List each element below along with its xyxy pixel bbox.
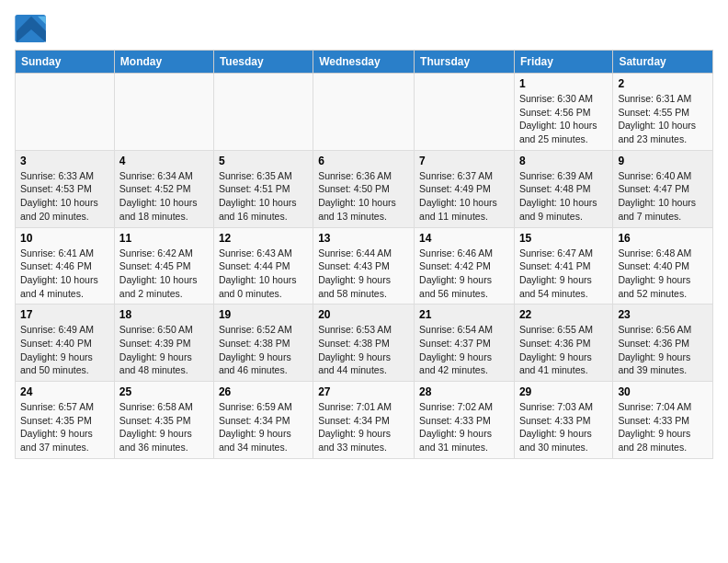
calendar-table: SundayMondayTuesdayWednesdayThursdayFrid…	[15, 50, 713, 459]
day-info: Sunrise: 6:53 AM Sunset: 4:38 PM Dayligh…	[318, 323, 409, 377]
weekday-thursday: Thursday	[415, 51, 515, 74]
calendar-cell: 27Sunrise: 7:01 AM Sunset: 4:34 PM Dayli…	[313, 382, 415, 459]
day-number: 11	[119, 232, 209, 245]
day-info: Sunrise: 6:31 AM Sunset: 4:55 PM Dayligh…	[618, 92, 708, 146]
calendar-cell: 16Sunrise: 6:48 AM Sunset: 4:40 PM Dayli…	[613, 227, 713, 304]
day-info: Sunrise: 6:47 AM Sunset: 4:41 PM Dayligh…	[519, 247, 608, 301]
day-number: 6	[318, 155, 409, 167]
calendar-cell: 9Sunrise: 6:40 AM Sunset: 4:47 PM Daylig…	[613, 150, 713, 227]
calendar-cell: 22Sunrise: 6:55 AM Sunset: 4:36 PM Dayli…	[514, 304, 612, 382]
day-info: Sunrise: 6:48 AM Sunset: 4:40 PM Dayligh…	[618, 247, 708, 301]
day-number: 3	[20, 155, 109, 167]
day-info: Sunrise: 6:59 AM Sunset: 4:34 PM Dayligh…	[219, 400, 308, 454]
day-info: Sunrise: 7:01 AM Sunset: 4:34 PM Dayligh…	[318, 400, 409, 454]
calendar-week-2: 10Sunrise: 6:41 AM Sunset: 4:46 PM Dayli…	[16, 227, 713, 304]
day-number: 14	[419, 232, 509, 245]
logo-icon	[15, 15, 48, 42]
weekday-wednesday: Wednesday	[313, 51, 415, 74]
calendar-cell: 29Sunrise: 7:03 AM Sunset: 4:33 PM Dayli…	[514, 382, 612, 459]
day-number: 23	[618, 308, 708, 321]
day-number: 8	[519, 155, 608, 167]
calendar-cell: 26Sunrise: 6:59 AM Sunset: 4:34 PM Dayli…	[213, 382, 313, 459]
day-info: Sunrise: 6:57 AM Sunset: 4:35 PM Dayligh…	[20, 400, 109, 454]
day-info: Sunrise: 6:50 AM Sunset: 4:39 PM Dayligh…	[119, 323, 209, 377]
day-number: 12	[219, 232, 308, 245]
calendar-cell: 24Sunrise: 6:57 AM Sunset: 4:35 PM Dayli…	[16, 382, 115, 459]
weekday-friday: Friday	[514, 51, 612, 74]
day-info: Sunrise: 6:56 AM Sunset: 4:36 PM Dayligh…	[618, 323, 708, 377]
day-number: 29	[519, 385, 608, 398]
day-number: 1	[519, 77, 608, 90]
day-number: 28	[419, 385, 509, 398]
calendar-cell	[16, 74, 115, 151]
weekday-tuesday: Tuesday	[213, 51, 313, 74]
weekday-monday: Monday	[114, 51, 213, 74]
calendar-week-0: 1Sunrise: 6:30 AM Sunset: 4:56 PM Daylig…	[16, 74, 713, 151]
calendar-cell: 7Sunrise: 6:37 AM Sunset: 4:49 PM Daylig…	[415, 150, 515, 227]
calendar-cell: 8Sunrise: 6:39 AM Sunset: 4:48 PM Daylig…	[514, 150, 612, 227]
day-number: 17	[20, 308, 109, 321]
day-info: Sunrise: 6:36 AM Sunset: 4:50 PM Dayligh…	[318, 169, 409, 224]
day-info: Sunrise: 6:58 AM Sunset: 4:35 PM Dayligh…	[119, 400, 209, 454]
calendar-cell: 19Sunrise: 6:52 AM Sunset: 4:38 PM Dayli…	[213, 304, 313, 382]
day-info: Sunrise: 7:02 AM Sunset: 4:33 PM Dayligh…	[419, 400, 509, 454]
calendar-cell: 2Sunrise: 6:31 AM Sunset: 4:55 PM Daylig…	[613, 74, 713, 151]
calendar-cell: 12Sunrise: 6:43 AM Sunset: 4:44 PM Dayli…	[213, 227, 313, 304]
day-info: Sunrise: 6:37 AM Sunset: 4:49 PM Dayligh…	[419, 169, 509, 224]
day-number: 2	[618, 77, 708, 90]
calendar-cell: 20Sunrise: 6:53 AM Sunset: 4:38 PM Dayli…	[313, 304, 415, 382]
calendar-cell: 23Sunrise: 6:56 AM Sunset: 4:36 PM Dayli…	[613, 304, 713, 382]
day-info: Sunrise: 6:34 AM Sunset: 4:52 PM Dayligh…	[119, 169, 209, 224]
calendar-cell: 17Sunrise: 6:49 AM Sunset: 4:40 PM Dayli…	[16, 304, 115, 382]
calendar-week-1: 3Sunrise: 6:33 AM Sunset: 4:53 PM Daylig…	[16, 150, 713, 227]
calendar-cell: 6Sunrise: 6:36 AM Sunset: 4:50 PM Daylig…	[313, 150, 415, 227]
weekday-saturday: Saturday	[613, 51, 713, 74]
day-info: Sunrise: 6:41 AM Sunset: 4:46 PM Dayligh…	[20, 247, 109, 301]
day-info: Sunrise: 6:33 AM Sunset: 4:53 PM Dayligh…	[20, 169, 109, 224]
day-info: Sunrise: 7:04 AM Sunset: 4:33 PM Dayligh…	[618, 400, 708, 454]
day-number: 30	[618, 385, 708, 398]
day-info: Sunrise: 6:52 AM Sunset: 4:38 PM Dayligh…	[219, 323, 308, 377]
calendar-body: 1Sunrise: 6:30 AM Sunset: 4:56 PM Daylig…	[16, 74, 713, 459]
day-info: Sunrise: 6:46 AM Sunset: 4:42 PM Dayligh…	[419, 247, 509, 301]
day-number: 20	[318, 308, 409, 321]
calendar-cell: 15Sunrise: 6:47 AM Sunset: 4:41 PM Dayli…	[514, 227, 612, 304]
calendar-cell: 11Sunrise: 6:42 AM Sunset: 4:45 PM Dayli…	[114, 227, 213, 304]
page-header	[15, 15, 713, 42]
day-number: 26	[219, 385, 308, 398]
weekday-header-row: SundayMondayTuesdayWednesdayThursdayFrid…	[16, 51, 713, 74]
day-number: 4	[119, 155, 209, 167]
day-info: Sunrise: 6:44 AM Sunset: 4:43 PM Dayligh…	[318, 247, 409, 301]
day-info: Sunrise: 6:55 AM Sunset: 4:36 PM Dayligh…	[519, 323, 608, 377]
day-number: 21	[419, 308, 509, 321]
weekday-sunday: Sunday	[16, 51, 115, 74]
calendar-cell: 21Sunrise: 6:54 AM Sunset: 4:37 PM Dayli…	[415, 304, 515, 382]
calendar-cell: 3Sunrise: 6:33 AM Sunset: 4:53 PM Daylig…	[16, 150, 115, 227]
day-info: Sunrise: 6:49 AM Sunset: 4:40 PM Dayligh…	[20, 323, 109, 377]
day-info: Sunrise: 6:39 AM Sunset: 4:48 PM Dayligh…	[519, 169, 608, 224]
calendar-week-3: 17Sunrise: 6:49 AM Sunset: 4:40 PM Dayli…	[16, 304, 713, 382]
logo	[15, 15, 51, 42]
day-info: Sunrise: 6:35 AM Sunset: 4:51 PM Dayligh…	[219, 169, 308, 224]
day-info: Sunrise: 6:30 AM Sunset: 4:56 PM Dayligh…	[519, 92, 608, 146]
calendar-cell: 10Sunrise: 6:41 AM Sunset: 4:46 PM Dayli…	[16, 227, 115, 304]
day-number: 15	[519, 232, 608, 245]
day-number: 19	[219, 308, 308, 321]
calendar-cell: 5Sunrise: 6:35 AM Sunset: 4:51 PM Daylig…	[213, 150, 313, 227]
day-info: Sunrise: 7:03 AM Sunset: 4:33 PM Dayligh…	[519, 400, 608, 454]
calendar-cell: 25Sunrise: 6:58 AM Sunset: 4:35 PM Dayli…	[114, 382, 213, 459]
day-number: 27	[318, 385, 409, 398]
day-number: 9	[618, 155, 708, 167]
calendar-cell	[313, 74, 415, 151]
calendar-week-4: 24Sunrise: 6:57 AM Sunset: 4:35 PM Dayli…	[16, 382, 713, 459]
day-number: 13	[318, 232, 409, 245]
calendar-cell: 30Sunrise: 7:04 AM Sunset: 4:33 PM Dayli…	[613, 382, 713, 459]
day-number: 22	[519, 308, 608, 321]
day-number: 25	[119, 385, 209, 398]
calendar-cell: 18Sunrise: 6:50 AM Sunset: 4:39 PM Dayli…	[114, 304, 213, 382]
day-number: 24	[20, 385, 109, 398]
day-number: 7	[419, 155, 509, 167]
calendar-cell	[415, 74, 515, 151]
day-number: 10	[20, 232, 109, 245]
day-info: Sunrise: 6:40 AM Sunset: 4:47 PM Dayligh…	[618, 169, 708, 224]
